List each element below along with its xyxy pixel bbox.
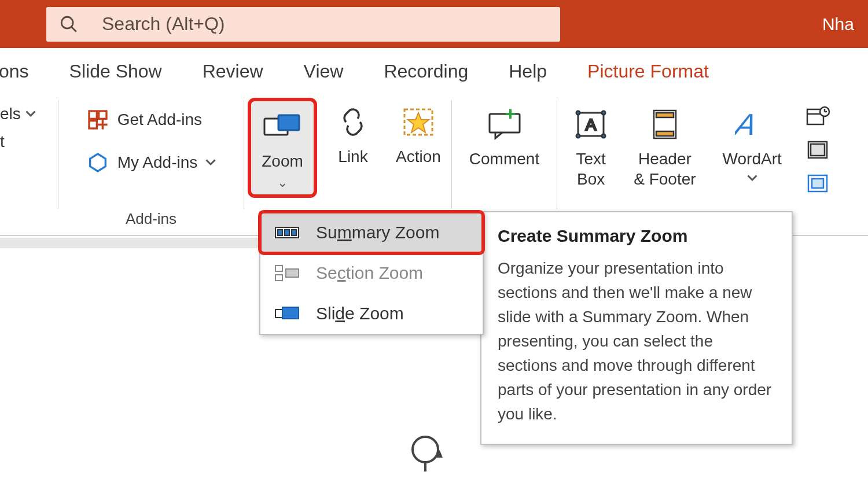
svg-rect-38 <box>275 266 282 271</box>
svg-rect-40 <box>286 269 299 277</box>
svg-rect-36 <box>285 230 289 235</box>
svg-marker-7 <box>90 154 105 171</box>
svg-rect-12 <box>490 114 520 132</box>
section-zoom-icon <box>274 263 300 283</box>
store-icon <box>86 108 109 131</box>
svg-rect-4 <box>89 121 97 128</box>
tooltip-title: Create Summary Zoom <box>498 226 775 246</box>
svg-point-17 <box>576 111 580 115</box>
svg-point-43 <box>413 437 438 462</box>
comment-button[interactable]: Comment <box>462 100 546 190</box>
menu-item-slide-zoom[interactable]: Slide Zoom <box>260 293 483 334</box>
svg-text:A: A <box>586 116 597 134</box>
svg-rect-42 <box>282 307 299 319</box>
svg-marker-11 <box>408 113 429 132</box>
section-zoom-label: Section Zoom <box>316 263 423 283</box>
wordart-icon: A <box>735 108 770 141</box>
menu-item-summary-zoom[interactable]: Summary Zoom <box>258 210 485 255</box>
svg-point-20 <box>602 134 605 138</box>
date-time-icon[interactable] <box>805 105 830 128</box>
group-label-addins: Add-ins <box>126 210 176 231</box>
chevron-down-icon <box>205 159 216 166</box>
search-input[interactable] <box>102 13 547 35</box>
addins-icon <box>86 151 109 174</box>
my-addins-label: My Add-ins <box>117 153 198 172</box>
header-footer-icon <box>650 108 679 141</box>
link-label: Link <box>338 146 367 167</box>
action-icon <box>401 106 436 138</box>
canvas-edge <box>0 238 260 248</box>
svg-rect-37 <box>292 230 296 235</box>
rotate-handle-icon[interactable] <box>405 431 446 471</box>
svg-rect-23 <box>656 131 674 136</box>
title-bar: Nha <box>0 0 868 48</box>
chevron-down-icon <box>25 110 36 117</box>
document-title-partial: Nha <box>822 14 856 34</box>
svg-rect-22 <box>656 113 674 117</box>
tab-view[interactable]: View <box>304 61 344 82</box>
search-icon <box>59 14 79 34</box>
svg-rect-33 <box>812 179 823 188</box>
summary-zoom-label: Summary Zoom <box>316 223 439 242</box>
tooltip-summary-zoom: Create Summary Zoom Organize your presen… <box>480 211 793 445</box>
svg-rect-2 <box>89 111 97 119</box>
smartart-button-partial[interactable]: t <box>0 128 5 156</box>
comment-label: Comment <box>469 149 539 169</box>
ribbon-tabs: tions Slide Show Review View Recording H… <box>0 48 868 94</box>
get-addins-label: Get Add-ins <box>117 110 202 129</box>
svg-text:A: A <box>735 108 760 141</box>
tab-slide-show[interactable]: Slide Show <box>69 61 162 82</box>
link-button[interactable]: Link <box>328 98 378 187</box>
zoom-dropdown-button[interactable]: Zoom ⌄ <box>253 102 311 193</box>
chevron-down-icon: ⌄ <box>277 175 288 191</box>
slide-number-icon[interactable] <box>805 138 830 161</box>
zoom-button-highlight: Zoom ⌄ <box>248 98 317 198</box>
ribbon-group-partial-left: els t <box>0 94 58 235</box>
get-addins-button[interactable]: Get Add-ins <box>86 108 216 131</box>
search-box[interactable] <box>46 7 560 42</box>
object-icon[interactable] <box>805 172 830 195</box>
zoom-label: Zoom <box>262 151 303 171</box>
tab-recording[interactable]: Recording <box>384 61 468 82</box>
tab-transitions-partial[interactable]: tions <box>0 61 29 82</box>
link-icon <box>334 108 372 136</box>
zoom-dropdown-menu: Summary Zoom Section Zoom Slide Zoom <box>259 211 484 335</box>
header-footer-button[interactable]: Header & Footer <box>627 100 703 191</box>
svg-point-19 <box>576 134 580 138</box>
header-footer-label: Header & Footer <box>634 149 696 189</box>
tab-picture-format[interactable]: Picture Format <box>587 61 709 82</box>
summary-zoom-icon <box>274 224 300 241</box>
wordart-label: WordArt <box>723 149 782 169</box>
svg-rect-39 <box>275 275 282 281</box>
menu-item-section-zoom[interactable]: Section Zoom <box>260 253 483 293</box>
slide-zoom-label: Slide Zoom <box>316 304 404 323</box>
text-box-button[interactable]: A Text Box <box>568 100 614 191</box>
wordart-button[interactable]: A WordArt <box>716 100 789 184</box>
svg-rect-35 <box>278 230 282 235</box>
svg-rect-9 <box>278 115 299 130</box>
text-box-label: Text Box <box>576 149 606 189</box>
svg-point-0 <box>61 17 73 28</box>
models-button-partial[interactable]: els <box>0 100 36 128</box>
svg-line-1 <box>71 27 76 32</box>
action-button[interactable]: Action <box>389 98 448 187</box>
tab-help[interactable]: Help <box>509 61 547 82</box>
chevron-down-icon <box>747 175 757 182</box>
my-addins-button[interactable]: My Add-ins <box>86 151 216 174</box>
text-small-buttons <box>801 100 830 195</box>
tab-review[interactable]: Review <box>203 61 263 82</box>
svg-rect-3 <box>98 111 106 119</box>
slide-zoom-icon <box>274 305 300 322</box>
text-box-icon: A <box>575 109 607 139</box>
action-label: Action <box>396 146 441 167</box>
svg-rect-31 <box>811 144 825 156</box>
zoom-icon <box>262 113 303 141</box>
tooltip-body: Organize your presentation into sections… <box>498 256 775 426</box>
svg-point-18 <box>602 111 605 115</box>
comment-icon <box>484 108 525 141</box>
ribbon-group-addins: Get Add-ins My Add-ins Add-ins <box>58 94 244 235</box>
